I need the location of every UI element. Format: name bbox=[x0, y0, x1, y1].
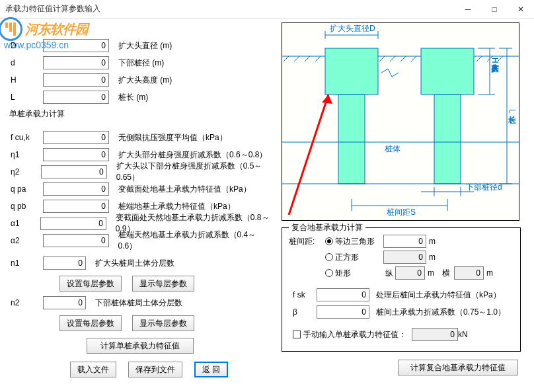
input-qpa[interactable] bbox=[43, 182, 109, 196]
input-rect-h[interactable] bbox=[454, 266, 484, 280]
desc-fcuk: 无侧限抗压强度平均值（kPa） bbox=[118, 132, 227, 143]
input-L[interactable] bbox=[43, 91, 109, 104]
input-d[interactable] bbox=[43, 56, 109, 69]
svg-line-5 bbox=[284, 56, 289, 61]
input-beta[interactable] bbox=[317, 305, 369, 319]
composite-title: 复合地基承载力计算 bbox=[289, 222, 365, 233]
input-qpb[interactable] bbox=[43, 200, 109, 213]
btn-show-layers-n2[interactable]: 显示每层参数 bbox=[132, 315, 194, 331]
calc-single-button[interactable]: 计算单桩承载力特征值 bbox=[87, 338, 194, 354]
radio-tri[interactable]: 等边三角形 bbox=[325, 236, 383, 247]
svg-line-8 bbox=[315, 56, 321, 61]
rect-v-label: 纵 bbox=[383, 268, 395, 279]
manual-unit: kN bbox=[458, 330, 468, 339]
label-a1: α1 bbox=[7, 219, 40, 228]
radio-rect[interactable]: 矩形 bbox=[325, 268, 383, 279]
svg-rect-16 bbox=[325, 48, 378, 95]
label-qpb: q pb bbox=[7, 202, 43, 211]
svg-text:桩间距S: 桩间距S bbox=[386, 208, 416, 217]
desc-H: 扩大头高度 (m) bbox=[118, 75, 172, 86]
input-fcuk[interactable] bbox=[43, 131, 109, 144]
calc-composite-button[interactable]: 计算复合地基承载力特征值 bbox=[398, 360, 518, 375]
desc-qpa: 变截面处地基土承载力特征值（kPa） bbox=[118, 184, 251, 195]
desc-a2: 桩端天然地基土承载力折减系数（0.4～0.6） bbox=[118, 229, 274, 252]
pile-diagram: 扩大头直径D 扩大头高度H bbox=[282, 22, 519, 221]
watermark-url: www.pc0359.cn bbox=[4, 40, 88, 50]
input-rect-v[interactable] bbox=[395, 266, 425, 280]
radio-square[interactable]: 正方形 bbox=[325, 252, 383, 263]
svg-line-10 bbox=[390, 56, 395, 61]
svg-text:桩体: 桩体 bbox=[384, 144, 400, 153]
input-tri[interactable] bbox=[383, 235, 426, 248]
svg-line-6 bbox=[294, 56, 299, 61]
manual-label: 手动输入单桩承载力特征值： bbox=[303, 329, 406, 340]
desc-n1: 扩大头桩周土体分层数 bbox=[95, 258, 174, 269]
btn-show-layers-n1[interactable]: 显示每层参数 bbox=[132, 276, 194, 292]
spacing-label: 桩间距: bbox=[289, 236, 325, 247]
unit-square: m bbox=[429, 253, 436, 262]
input-n2[interactable] bbox=[43, 296, 86, 309]
desc-eta1: 扩大头部分桩身强度折减系数（0.6～0.8） bbox=[118, 149, 267, 161]
desc-D: 扩大头直径 (m) bbox=[118, 40, 172, 52]
desc-eta2: 扩大头以下部分桩身强度折减系数（0.5～0.65） bbox=[116, 161, 274, 183]
svg-rect-19 bbox=[434, 95, 461, 184]
label-n1: n1 bbox=[7, 258, 43, 268]
svg-line-7 bbox=[305, 56, 310, 61]
back-button[interactable]: 返 回 bbox=[194, 362, 228, 377]
label-fsk: f sk bbox=[289, 290, 317, 299]
label-fcuk: f cu,k bbox=[7, 133, 43, 142]
svg-text:扩大头高度H: 扩大头高度H bbox=[490, 58, 500, 73]
save-file-button[interactable]: 保存到文件 bbox=[128, 362, 182, 377]
watermark-site: 河东软件园 bbox=[25, 20, 88, 38]
rect-h-label: 横 bbox=[442, 268, 450, 279]
label-beta: β bbox=[289, 307, 317, 317]
svg-line-11 bbox=[400, 56, 406, 61]
label-qpa: q pa bbox=[7, 184, 43, 194]
close-button[interactable]: ✕ bbox=[508, 0, 534, 19]
input-square[interactable] bbox=[383, 251, 426, 264]
load-file-button[interactable]: 载入文件 bbox=[70, 362, 116, 377]
input-eta1[interactable] bbox=[43, 148, 109, 161]
svg-line-39 bbox=[289, 95, 328, 215]
unit-tri: m bbox=[429, 237, 436, 246]
input-fsk[interactable] bbox=[317, 288, 369, 301]
window-title: 承载力特征值计算参数输入 bbox=[5, 3, 100, 15]
label-n2: n2 bbox=[7, 298, 43, 307]
input-a1[interactable] bbox=[40, 217, 106, 230]
minimize-button[interactable]: ─ bbox=[455, 0, 481, 19]
input-eta2[interactable] bbox=[41, 165, 107, 178]
desc-beta: 桩间土承载力折减系数（0.75～1.0） bbox=[376, 307, 506, 318]
desc-n2: 下部桩体桩周土体分层数 bbox=[95, 297, 182, 309]
desc-fsk: 处理后桩间土承载力特征值（kPa） bbox=[376, 290, 501, 301]
input-a2[interactable] bbox=[43, 234, 109, 247]
svg-text:桩长L: 桩长L bbox=[508, 109, 517, 124]
desc-d: 下部桩径 (m) bbox=[118, 58, 164, 69]
manual-checkbox[interactable] bbox=[293, 331, 301, 338]
label-L: L bbox=[7, 93, 43, 102]
desc-qpb: 桩端地基土承载力特征值（kPa） bbox=[118, 201, 235, 212]
svg-line-12 bbox=[411, 56, 416, 61]
input-manual[interactable] bbox=[412, 328, 458, 341]
svg-text:下部桩径d: 下部桩径d bbox=[466, 182, 502, 192]
single-pile-title: 单桩承载力计算 bbox=[9, 108, 274, 120]
label-H: H bbox=[7, 75, 43, 85]
label-eta1: η1 bbox=[7, 150, 43, 159]
composite-fieldset: 复合地基承载力计算 桩间距: 等边三角形 m 正方形 m 矩形 纵 m 横 bbox=[282, 227, 521, 352]
svg-line-9 bbox=[379, 56, 385, 61]
label-d: d bbox=[7, 58, 43, 67]
svg-rect-18 bbox=[421, 48, 474, 95]
label-a2: α2 bbox=[7, 236, 43, 245]
btn-set-layers-n1[interactable]: 设置每层参数 bbox=[59, 276, 122, 292]
desc-L: 桩长 (m) bbox=[118, 92, 148, 103]
input-n1[interactable] bbox=[43, 256, 86, 270]
svg-line-13 bbox=[477, 56, 482, 61]
svg-text:扩大头直径D: 扩大头直径D bbox=[330, 24, 375, 33]
input-H[interactable] bbox=[43, 73, 109, 87]
label-eta2: η2 bbox=[7, 167, 41, 176]
btn-set-layers-n2[interactable]: 设置每层参数 bbox=[59, 315, 122, 331]
maximize-button[interactable]: □ bbox=[481, 0, 508, 19]
svg-rect-17 bbox=[338, 95, 365, 184]
watermark-logo: 河东软件园 www.pc0359.cn bbox=[0, 17, 88, 50]
